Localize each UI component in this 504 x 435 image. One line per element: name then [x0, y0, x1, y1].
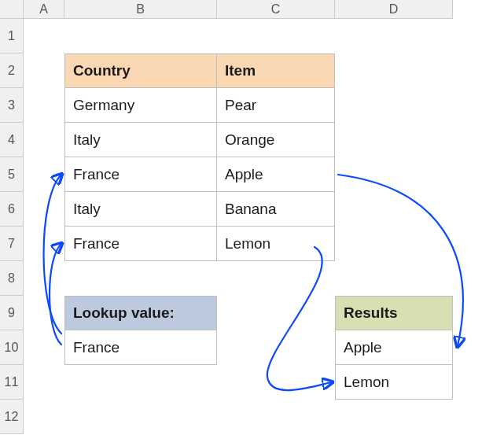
row-header-9[interactable]: 9: [0, 296, 24, 330]
cell-country-0[interactable]: Germany: [64, 88, 217, 123]
row-header-1[interactable]: 1: [0, 19, 24, 53]
row-header-7[interactable]: 7: [0, 227, 24, 261]
row-header-5[interactable]: 5: [0, 157, 24, 192]
col-header-c[interactable]: C: [217, 0, 335, 19]
cell-item-1[interactable]: Orange: [217, 123, 335, 157]
lookup-label[interactable]: Lookup value:: [64, 296, 217, 330]
col-header-b[interactable]: B: [64, 0, 217, 19]
cell-country-2[interactable]: France: [64, 157, 217, 192]
column-headers: A B C D: [0, 0, 504, 19]
row-header-11[interactable]: 11: [0, 365, 24, 400]
result-1[interactable]: Lemon: [335, 365, 453, 400]
cell-country-1[interactable]: Italy: [64, 123, 217, 157]
sheet-area[interactable]: Country Item Germany Pear Italy Orange F…: [24, 19, 504, 435]
row-header-8[interactable]: 8: [0, 261, 24, 296]
row-header-4[interactable]: 4: [0, 123, 24, 157]
cell-item-2[interactable]: Apple: [217, 157, 335, 192]
cell-country-4[interactable]: France: [64, 227, 217, 261]
cell-item-0[interactable]: Pear: [217, 88, 335, 123]
cell-country-3[interactable]: Italy: [64, 192, 217, 227]
cell-item-4[interactable]: Lemon: [217, 227, 335, 261]
row-header-12[interactable]: 12: [0, 400, 24, 434]
result-0[interactable]: Apple: [335, 330, 453, 365]
results-label[interactable]: Results: [335, 296, 453, 330]
row-header-2[interactable]: 2: [0, 53, 24, 88]
table-header-item[interactable]: Item: [217, 53, 335, 88]
spreadsheet-frame: A B C D 1 2 3 4 5 6 7 8 9 10 11 12 Count…: [0, 0, 504, 435]
row-header-6[interactable]: 6: [0, 192, 24, 227]
lookup-value[interactable]: France: [64, 330, 217, 365]
col-header-d[interactable]: D: [335, 0, 453, 19]
cell-item-3[interactable]: Banana: [217, 192, 335, 227]
row-header-3[interactable]: 3: [0, 88, 24, 123]
row-header-10[interactable]: 10: [0, 330, 24, 365]
col-header-a[interactable]: A: [24, 0, 64, 19]
table-header-country[interactable]: Country: [64, 53, 217, 88]
